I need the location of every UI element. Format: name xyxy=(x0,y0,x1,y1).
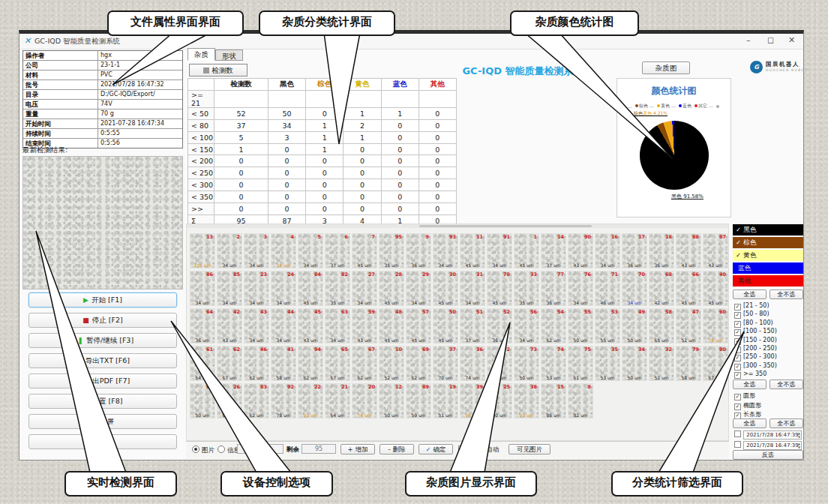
size-filter[interactable]: ✓[250 - 300) xyxy=(734,353,803,362)
impurity-tile[interactable]: 5550 um xyxy=(568,308,593,344)
impurity-tile[interactable]: 7252 um xyxy=(487,346,512,381)
gear-button[interactable]: ⚙设置 [F8] xyxy=(28,394,177,409)
impurity-tile[interactable]: 5943 um xyxy=(352,308,377,344)
delete-button[interactable]: - 删除 xyxy=(380,444,414,454)
size-filter[interactable]: ✓[100 - 150) xyxy=(734,328,803,336)
impurity-tile[interactable]: 2845 um xyxy=(379,271,404,306)
impurity-tile[interactable]: 5462 um xyxy=(541,308,566,344)
impurity-tile[interactable]: 1145 um xyxy=(460,233,485,268)
stop-button[interactable]: ■停止 [F2] xyxy=(28,313,177,328)
impurity-tile[interactable]: 3893 um xyxy=(514,383,539,418)
invert-selection-button[interactable]: 反选 xyxy=(733,450,803,460)
checkbox-icon[interactable]: ✓ xyxy=(734,394,741,400)
minimize-button[interactable]: – xyxy=(746,35,751,45)
impurity-tile[interactable]: 7958 um xyxy=(676,346,701,381)
size-filter[interactable]: ✓[50 - 80) xyxy=(734,310,803,319)
export-pdf-button[interactable]: 🖶导出PDF [F7] xyxy=(28,374,177,388)
impurity-tile[interactable]: 7350 um xyxy=(514,346,539,381)
impurity-tile[interactable]: 9278 um xyxy=(271,383,296,418)
impurity-tile[interactable]: 4045 um xyxy=(703,271,728,306)
impurity-tile[interactable]: 534 um xyxy=(298,233,323,268)
impurity-tile[interactable]: 1052 um xyxy=(379,346,404,381)
impurity-tile[interactable]: 4543 um xyxy=(298,308,323,344)
size-filter[interactable]: ✓[150 - 200) xyxy=(734,337,803,345)
color-filter-1[interactable]: ✓棕色 xyxy=(733,237,803,248)
checkbox-icon[interactable] xyxy=(734,430,741,437)
impurity-chart-button[interactable]: 杂质图 xyxy=(642,62,690,74)
impurity-tile[interactable]: 7561 um xyxy=(568,346,593,381)
impurity-tile[interactable]: 6567 um xyxy=(325,346,350,381)
impurity-tile[interactable]: 2734 um xyxy=(352,271,377,306)
checkbox-icon[interactable]: ✓ xyxy=(734,404,741,410)
impurity-tile[interactable]: 2662 um xyxy=(217,383,242,418)
checkbox-icon[interactable]: ✓ xyxy=(734,355,741,362)
impurity-tile[interactable]: 8743 um xyxy=(703,233,728,268)
impurity-tile[interactable]: 8150 um xyxy=(190,383,215,418)
impurity-tile[interactable]: 434 um xyxy=(271,233,296,268)
impurity-tile[interactable]: 6164 um xyxy=(190,346,215,381)
select-all-button[interactable]: 全选 xyxy=(733,290,766,299)
fullscreen-button[interactable]: ◈全屏 xyxy=(28,414,177,429)
color-filter-3[interactable]: 蓝色 xyxy=(733,262,803,274)
impurity-tile[interactable]: 1736 um xyxy=(622,233,647,268)
impurity-tile[interactable]: 3252 um xyxy=(649,346,674,381)
impurity-tile[interactable]: 4243 um xyxy=(217,308,242,344)
size-filter[interactable]: ✓[21 - 50) xyxy=(734,302,803,310)
radio-info-dot[interactable] xyxy=(218,446,225,453)
impurity-tile[interactable]: 1634 um xyxy=(595,233,620,268)
impurity-tile[interactable]: 8534 um xyxy=(217,271,242,306)
checkbox-icon[interactable]: ✓ xyxy=(734,304,741,310)
impurity-tile[interactable]: 8959 um xyxy=(406,383,431,418)
shape-filter[interactable]: ✓圆形 xyxy=(734,392,803,400)
impurity-tile[interactable]: 145 um xyxy=(514,233,539,268)
impurity-tile[interactable]: 6645 um xyxy=(676,271,701,306)
impurity-tile[interactable]: 6842 um xyxy=(649,271,674,306)
checkbox-icon[interactable]: ✓ xyxy=(734,338,741,345)
checkbox-icon[interactable]: ✓ xyxy=(734,364,741,370)
impurity-tile[interactable]: 6267 um xyxy=(217,346,242,381)
impurity-tile[interactable]: 8445 um xyxy=(298,271,323,306)
impurity-tile[interactable]: 8067 um xyxy=(703,346,728,381)
checkbox-icon[interactable]: ✓ xyxy=(734,312,741,319)
impurity-tile[interactable]: 5634 um xyxy=(514,308,539,344)
checkbox-icon[interactable]: ✓ xyxy=(734,321,741,328)
tab-shape[interactable]: 形状 xyxy=(215,50,243,61)
impurity-tile[interactable]: 8634 um xyxy=(190,271,215,306)
spinner-icon[interactable]: ▲▼ xyxy=(796,442,802,449)
select-all-button[interactable]: 全选 xyxy=(733,380,766,389)
impurity-tile[interactable]: 8235 um xyxy=(325,271,350,306)
impurity-tile[interactable]: 13105 um xyxy=(190,233,215,268)
impurity-tile[interactable]: 6334 um xyxy=(325,308,350,344)
impurity-tile[interactable]: 2074 um xyxy=(352,383,377,418)
impurity-tile[interactable]: 3770 um xyxy=(433,346,458,381)
checkbox-icon[interactable] xyxy=(734,441,741,448)
impurity-tile[interactable]: 2164 um xyxy=(325,383,350,418)
select-all-button[interactable]: 全选 xyxy=(733,418,766,428)
impurity-tile[interactable]: 9535 um xyxy=(379,233,404,268)
impurity-tile[interactable]: 1951 um xyxy=(433,383,458,418)
impurity-tile[interactable]: 8843 um xyxy=(676,233,701,268)
impurity-tile[interactable]: 2334 um xyxy=(244,271,269,306)
size-filter[interactable]: ✓>= 350 xyxy=(734,370,803,379)
color-filter-4[interactable]: 其他 xyxy=(733,275,803,286)
confirm-button[interactable]: ✓ 确定 xyxy=(418,444,453,454)
impurity-tile[interactable]: 4662 um xyxy=(244,346,269,381)
tab-impurity[interactable]: 杂质 xyxy=(188,48,215,61)
impurity-tile[interactable]: 3450 um xyxy=(622,346,647,381)
date-filter[interactable]: 2021/7/28 16:47:39▲▼ xyxy=(734,430,803,440)
spinner-icon[interactable]: ▲▼ xyxy=(796,431,802,439)
impurity-tile[interactable]: 7845 um xyxy=(487,271,512,306)
impurity-tile[interactable]: 7453 um xyxy=(541,346,566,381)
horizontal-scrollbar[interactable] xyxy=(187,224,728,228)
size-filter[interactable]: ✓[80 - 100) xyxy=(734,320,803,328)
impurity-tile[interactable]: 3674 um xyxy=(460,346,485,381)
impurity-tile[interactable]: 4434 um xyxy=(271,308,296,344)
impurity-tile[interactable]: 745 um xyxy=(352,233,377,268)
impurity-tile[interactable]: 9334 um xyxy=(433,233,458,268)
impurity-tile[interactable]: 882 um xyxy=(568,383,593,418)
impurity-tile[interactable]: 3045 um xyxy=(433,271,458,306)
impurity-tile[interactable]: 5236 um xyxy=(487,308,512,344)
impurity-tile[interactable]: 7634 um xyxy=(568,271,593,306)
impurity-tile[interactable]: 5355 um xyxy=(595,308,620,344)
impurity-tile[interactable]: 9134 um xyxy=(487,233,512,268)
